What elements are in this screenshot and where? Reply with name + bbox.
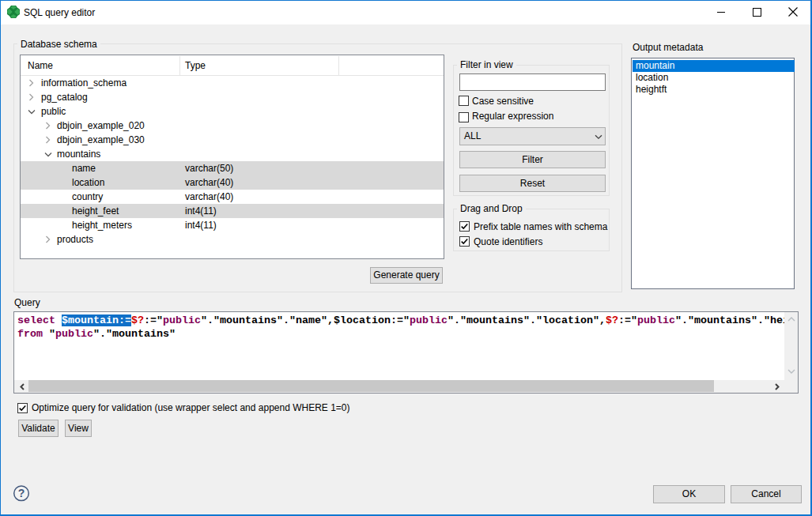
svg-text:?: ? xyxy=(18,487,25,499)
